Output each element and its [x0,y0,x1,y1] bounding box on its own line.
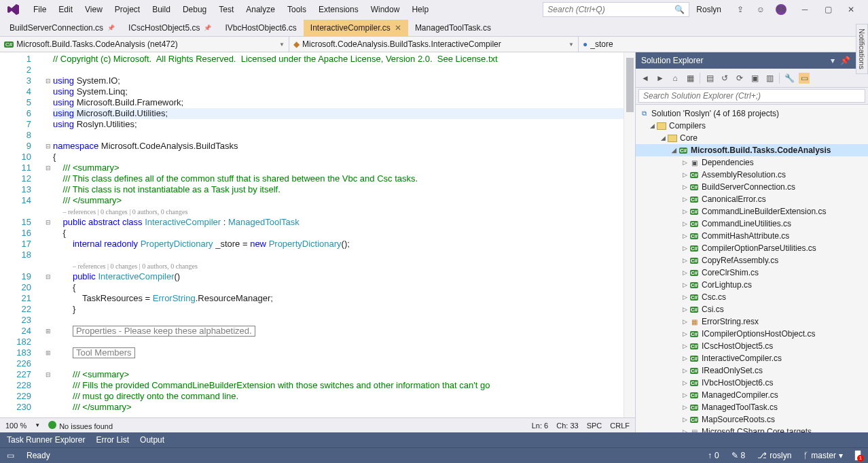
menu-file[interactable]: File [27,2,52,17]
solution-toolbar: ◄ ► ⌂ ▦ ▤ ↺ ⟳ ▣ ▥ 🔧 ▭ [636,69,868,88]
folder-node[interactable]: ◢Compilers [636,120,868,132]
line-gutter: 1234567891011121314151617181920212223241… [0,52,43,417]
file-node[interactable]: ▷C#BuildServerConnection.cs [636,181,868,193]
account-name[interactable]: Roslyn [689,3,728,16]
file-node[interactable]: ▷▤Microsoft.CSharp.Core.targets [636,426,868,432]
project-node[interactable]: ◢C#Microsoft.Build.Tasks.CodeAnalysis [636,144,868,156]
pin-icon[interactable]: 📌 [840,56,850,65]
solution-search[interactable] [636,88,868,105]
menu-analyze[interactable]: Analyze [240,2,281,17]
close-button[interactable]: ✕ [839,1,863,18]
repo-name[interactable]: ⎇ roslyn [757,451,791,460]
menu-edit[interactable]: Edit [52,2,79,17]
file-node[interactable]: ▷C#CopyRefAssembly.cs [636,254,868,267]
show-all-files-icon[interactable]: ▥ [764,73,775,83]
tool-tab[interactable]: Task Runner Explorer [7,435,85,445]
menu-test[interactable]: Test [213,2,240,17]
menu-debug[interactable]: Debug [177,2,213,17]
doc-tab[interactable]: ManagedToolTask.cs [408,20,498,36]
solution-search-input[interactable] [638,89,865,103]
pin-icon[interactable]: 📌 [204,24,211,31]
file-node[interactable]: ▷C#CommitHashAttribute.cs [636,230,868,242]
doc-tab[interactable]: BuildServerConnection.cs📌 [3,20,122,36]
switch-views-icon[interactable]: ▦ [685,73,695,83]
menu-build[interactable]: Build [146,2,177,17]
collapse-all-icon[interactable]: ▣ [749,73,760,83]
close-icon[interactable]: ✕ [395,23,401,33]
menu-tools[interactable]: Tools [281,2,312,17]
pin-icon[interactable]: 📌 [107,24,115,31]
code-editor[interactable]: 1234567891011121314151617181920212223241… [0,52,635,432]
file-node[interactable]: ▷▦ErrorString.resx [636,315,868,328]
nav-bar: C#Microsoft.Build.Tasks.CodeAnalysis (ne… [0,36,868,52]
tab-label: BuildServerConnection.cs [10,23,103,33]
doc-tab[interactable]: InteractiveCompiler.cs✕ [304,20,408,36]
panel-title-text: Solution Explorer [641,56,703,65]
panel-menu-icon[interactable]: ▾ [831,56,835,65]
pending-edits[interactable]: ✎ 8 [731,451,746,460]
pending-changes-filter-icon[interactable]: ▤ [704,73,715,83]
quick-search-input[interactable] [547,5,674,14]
eol-mode: CRLF [610,422,630,430]
file-node[interactable]: ▷C#CanonicalError.cs [636,193,868,205]
code-area[interactable]: // Copyright (c) Microsoft. All Rights R… [53,52,623,417]
solution-node[interactable]: ⧉Solution 'Roslyn' (4 of 168 projects) [636,107,868,120]
notifications-tab[interactable]: Notifications [856,24,868,74]
file-node[interactable]: ▷C#CommandLineBuilderExtension.cs [636,205,868,218]
back-icon[interactable]: ◄ [640,73,651,83]
file-node[interactable]: ▷C#CommandLineUtilities.cs [636,218,868,230]
home-icon[interactable]: ⌂ [670,73,681,83]
minimize-button[interactable]: ─ [793,1,816,18]
file-node[interactable]: ▷C#AssemblyResolution.cs [636,169,868,181]
folder-node[interactable]: ◢Core [636,132,868,144]
notifications-icon[interactable]: ▉ [855,451,861,460]
menu-project[interactable]: Project [109,2,146,17]
refresh-icon[interactable]: ⟳ [734,73,745,83]
file-node[interactable]: ▷C#CompilerOptionParseUtilities.cs [636,242,868,254]
feedback-icon[interactable]: ☺ [755,4,766,15]
file-node[interactable]: ▷C#ManagedCompiler.cs [636,389,868,401]
avatar[interactable]: SS [776,4,786,15]
zoom-dropdown-icon[interactable]: ▼ [35,422,40,428]
properties-icon[interactable]: 🔧 [784,73,795,83]
live-share-icon[interactable]: ⇪ [735,4,746,15]
sync-icon[interactable]: ↺ [719,73,730,83]
indent-mode: SPC [587,422,602,430]
quick-search[interactable]: 🔍 [543,2,689,17]
tool-tab[interactable]: Error List [96,435,129,445]
file-node[interactable]: ▷C#CoreClrShim.cs [636,267,868,279]
fold-column[interactable]: ⊟⊟⊟⊟⊟⊞⊞⊟ [43,52,53,417]
menu-extensions[interactable]: Extensions [312,2,365,17]
nav-project-label: Microsoft.Build.Tasks.CodeAnalysis (net4… [16,39,177,49]
branch-name[interactable]: ᚶ master ▾ [803,451,843,460]
publish-status[interactable]: ↑ 0 [708,451,719,460]
file-node[interactable]: ▷C#CorLightup.cs [636,279,868,291]
file-node[interactable]: ▷C#ICompilerOptionsHostObject.cs [636,328,868,340]
zoom-level[interactable]: 100 % [5,422,26,430]
nav-class-combo[interactable]: ◆Microsoft.CodeAnalysis.BuildTasks.Inter… [289,37,579,52]
tab-label: ManagedToolTask.cs [415,23,491,33]
vertical-scrollbar[interactable] [623,52,635,417]
maximize-button[interactable]: ▢ [816,1,839,18]
doc-tab[interactable]: ICscHostObject5.cs📌 [122,20,218,36]
menu-help[interactable]: Help [405,2,435,17]
file-node[interactable]: ▷C#MapSourceRoots.cs [636,413,868,426]
solution-tree[interactable]: ⧉Solution 'Roslyn' (4 of 168 projects)◢C… [636,105,868,432]
file-node[interactable]: ▷C#Csc.cs [636,291,868,303]
menu-window[interactable]: Window [365,2,406,17]
preview-selected-icon[interactable]: ▭ [799,73,810,84]
file-node[interactable]: ▷C#IReadOnlySet.cs [636,364,868,377]
file-node[interactable]: ▷C#ICscHostObject5.cs [636,340,868,352]
doc-tab[interactable]: IVbcHostObject6.cs [218,20,303,36]
dependencies-node[interactable]: ▷▣Dependencies [636,156,868,169]
file-node[interactable]: ▷C#ManagedToolTask.cs [636,401,868,413]
file-node[interactable]: ▷C#Csi.cs [636,303,868,315]
file-node[interactable]: ▷C#IVbcHostObject6.cs [636,377,868,389]
menu-view[interactable]: View [79,2,109,17]
tool-tab[interactable]: Output [140,435,164,445]
nav-project-combo[interactable]: C#Microsoft.Build.Tasks.CodeAnalysis (ne… [0,37,289,52]
caret-char: Ch: 33 [556,422,578,430]
nav-member-combo[interactable]: ●_store▼ [579,37,868,52]
file-node[interactable]: ▷C#InteractiveCompiler.cs [636,352,868,364]
forward-icon[interactable]: ► [655,73,666,83]
